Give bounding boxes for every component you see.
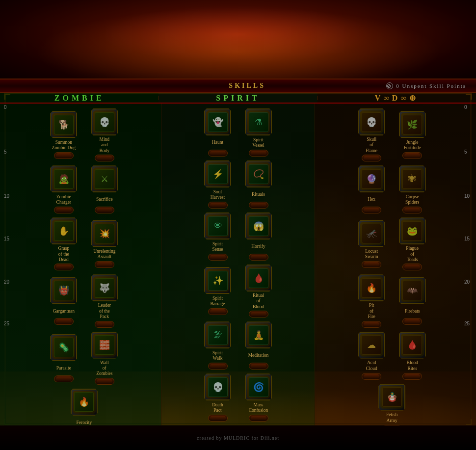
leader-button[interactable] (95, 321, 114, 328)
rituals-icon[interactable]: 📿 (245, 160, 272, 187)
mass-confusion-symbol: 🌀 (253, 382, 264, 393)
plague-toads-button[interactable] (402, 264, 422, 270)
soul-harvest-icon[interactable]: ⚡ (204, 160, 231, 187)
plague-toads-symbol: 🐸 (407, 226, 418, 237)
jungle-fortitude-button[interactable] (402, 152, 422, 159)
mind-and-body-button[interactable] (95, 155, 114, 161)
meditation-symbol: 🧘 (253, 330, 264, 341)
spirit-sense-icon[interactable]: 👁 (204, 212, 231, 239)
unspent-points: ⊘ 0 Unspent Skill Points (386, 82, 466, 89)
haunt-symbol: 👻 (212, 117, 223, 128)
mind-and-body-icon[interactable]: 💀 (91, 108, 118, 135)
corpse-spiders-button[interactable] (402, 207, 422, 213)
skill-haunt: 👻 Haunt (199, 108, 236, 157)
zombie-row-5: 🦠 Parasite 🧱 WallofZombies (12, 330, 156, 387)
corpse-spiders-icon[interactable]: 🕷 (399, 165, 426, 192)
spirit-sense-button[interactable] (208, 254, 228, 261)
spirit-barrage-button[interactable] (208, 308, 228, 315)
ferocity-icon[interactable]: 🔥 (71, 389, 98, 416)
skull-of-flame-icon[interactable]: 💀 (358, 108, 385, 135)
mass-confusion-button[interactable] (249, 415, 268, 422)
skill-firebats: 🦇 Firebats (394, 277, 431, 325)
level-25-right: 25 (464, 321, 470, 326)
summon-zombie-dog-symbol: 🐕 (58, 119, 69, 130)
voodoo-row-5: ☁ AcidCloud 🩸 BloodRites (320, 330, 464, 382)
haunt-label: Haunt (212, 137, 223, 149)
zombie-row-2: 🧟 ZombieCharger ⚔ Sacrifice (12, 163, 156, 215)
haunt-button[interactable] (208, 150, 228, 157)
spirit-vessel-button[interactable] (249, 150, 268, 157)
blood-rites-label: BloodRites (407, 360, 418, 372)
assault-button[interactable] (95, 261, 114, 268)
spirit-skill-column: 👻 Haunt ⚗ SpiritVessel (161, 104, 316, 442)
skill-spirit-sense: 👁 SpiritSense (199, 212, 236, 261)
level-10-right: 10 (464, 193, 470, 199)
horrify-button[interactable] (249, 254, 268, 261)
parasite-icon[interactable]: 🦠 (50, 334, 77, 361)
sacrifice-button[interactable] (95, 207, 114, 213)
meditation-icon[interactable]: 🧘 (245, 321, 272, 348)
acid-cloud-icon[interactable]: ☁ (358, 332, 385, 359)
jungle-fortitude-icon[interactable]: 🌿 (399, 111, 426, 138)
death-pact-button[interactable] (208, 415, 228, 422)
locust-swarm-button[interactable] (362, 261, 381, 268)
corpse-spiders-label: CorpseSpiders (405, 194, 420, 206)
horrify-icon[interactable]: 😱 (245, 212, 272, 239)
mass-confusion-icon[interactable]: 🌀 (245, 373, 272, 400)
skill-soul-harvest: ⚡ SoulHarvest (199, 160, 236, 209)
rituals-symbol: 📿 (253, 169, 264, 180)
parasite-button[interactable] (54, 375, 74, 382)
gargantuan-icon[interactable]: 👹 (50, 277, 77, 304)
mind-and-body-label: MindandBody (100, 137, 110, 154)
hex-icon[interactable]: 🔮 (358, 165, 385, 192)
corpse-spiders-symbol: 🕷 (408, 174, 417, 184)
grasp-button[interactable] (54, 264, 74, 270)
summon-zombie-dog-button[interactable] (54, 152, 74, 159)
locust-swarm-icon[interactable]: 🦟 (358, 220, 385, 247)
locust-swarm-label: LocustSwarm (365, 248, 378, 260)
pit-fire-button[interactable] (362, 321, 381, 328)
wall-button[interactable] (95, 378, 114, 385)
skull-flame-button[interactable] (362, 155, 381, 161)
pit-of-fire-icon[interactable]: 🔥 (358, 274, 385, 301)
spirit-barrage-label: SpiritBarrage (210, 295, 225, 307)
spirit-barrage-icon[interactable]: ✨ (204, 267, 231, 294)
zombie-row-3: ✋ Graspof theDead 💥 UnrelentingAssault (12, 215, 156, 272)
zombie-column-header: ZOMBIE (0, 93, 159, 103)
blood-rites-button[interactable] (402, 373, 422, 380)
death-pact-icon[interactable]: 💀 (204, 373, 231, 400)
level-25-left: 25 (4, 321, 9, 326)
haunt-icon[interactable]: 👻 (204, 108, 231, 135)
sacrifice-label: Sacrifice (96, 194, 113, 206)
plague-of-toads-icon[interactable]: 🐸 (399, 217, 426, 244)
ritual-blood-symbol: 🩸 (253, 273, 264, 284)
gargantuan-button[interactable] (54, 318, 74, 325)
blood-rites-icon[interactable]: 🩸 (399, 332, 426, 359)
spirit-walk-button[interactable] (208, 363, 228, 370)
firebats-icon[interactable]: 🦇 (399, 277, 426, 304)
ritual-blood-button[interactable] (249, 311, 268, 318)
acid-cloud-button[interactable] (362, 373, 381, 380)
rituals-button[interactable] (249, 202, 268, 209)
ritual-of-blood-icon[interactable]: 🩸 (245, 265, 272, 291)
sacrifice-icon[interactable]: ⚔ (91, 165, 118, 192)
fetish-army-icon[interactable]: 🪆 (378, 384, 405, 411)
grasp-of-dead-icon[interactable]: ✋ (50, 217, 77, 244)
hex-label: Hex (368, 194, 375, 206)
leader-of-pack-icon[interactable]: 🐺 (91, 274, 118, 301)
hex-button[interactable] (362, 207, 381, 213)
firebats-button[interactable] (402, 318, 422, 325)
meditation-button[interactable] (249, 363, 268, 370)
wall-of-zombies-icon[interactable]: 🧱 (91, 332, 118, 359)
unrelenting-assault-icon[interactable]: 💥 (91, 220, 118, 247)
spirit-walk-icon[interactable]: 🌫 (204, 321, 231, 348)
skill-summon-zombie-dog: 🐕 SummonZombie Dog (45, 111, 82, 159)
summon-zombie-dog-icon[interactable]: 🐕 (50, 111, 77, 138)
soul-harvest-button[interactable] (208, 202, 228, 209)
level-20-left: 20 (4, 279, 9, 285)
spirit-vessel-icon[interactable]: ⚗ (245, 108, 272, 135)
zombie-charger-icon[interactable]: 🧟 (50, 165, 77, 192)
skill-wall-of-zombies: 🧱 WallofZombies (86, 332, 123, 385)
zombie-charger-button[interactable] (54, 207, 74, 213)
level-20-right: 20 (464, 279, 470, 285)
